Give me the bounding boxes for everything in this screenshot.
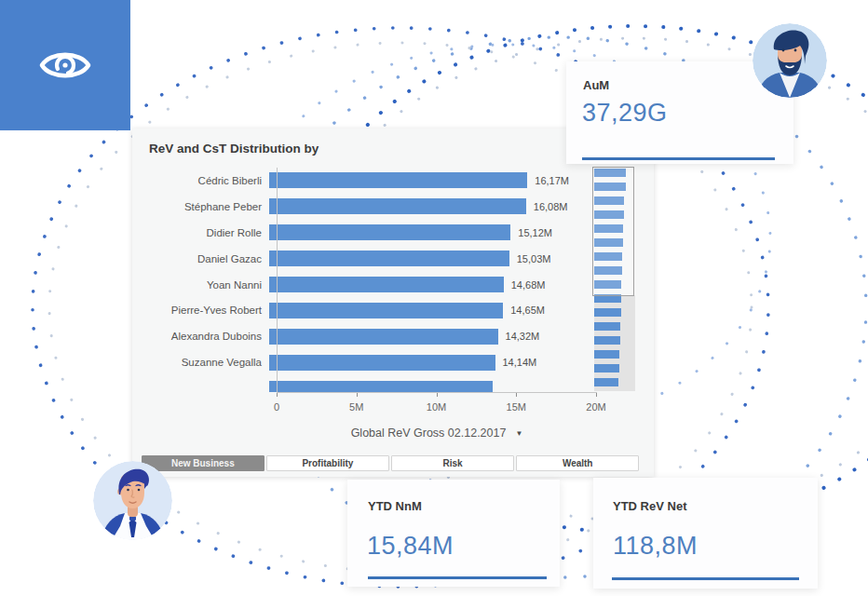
avatar-bearded-man <box>753 23 827 98</box>
chart-row: Alexandra Duboins14,32M <box>140 323 639 349</box>
chart-bar-value: 14,32M <box>506 331 540 342</box>
chart-row-label[interactable]: Didier Rolle <box>140 227 269 238</box>
chart-bar[interactable] <box>269 251 509 266</box>
chart-bar[interactable] <box>269 172 527 188</box>
minimap-bar <box>594 308 621 317</box>
minimap-bar <box>594 350 619 359</box>
chart-title: ReV and CsT Distribution by <box>149 142 319 156</box>
chart-bar[interactable] <box>269 198 526 214</box>
chart-bar-value: 15,03M <box>517 253 551 264</box>
chart-bar-value: 16,17M <box>535 175 569 186</box>
dimension-selector[interactable]: Global ReV Gross 02.12.2017▼ <box>277 427 597 440</box>
minimap-bar <box>594 336 620 345</box>
tab-new-business[interactable]: New Business <box>142 455 264 471</box>
tab-bar: New BusinessProfitabilityRiskWealth <box>142 455 639 471</box>
chart-row <box>140 375 639 392</box>
caret-down-icon: ▼ <box>515 429 522 438</box>
chart-row-label[interactable]: Stéphane Peber <box>140 201 269 212</box>
minimap-viewport[interactable] <box>592 167 634 296</box>
chart-bar[interactable] <box>269 303 503 318</box>
tab-profitability[interactable]: Profitability <box>266 455 389 471</box>
kpi-title: YTD NnM <box>368 499 422 513</box>
chart-bar[interactable] <box>269 355 495 371</box>
chart-bar-value: 15,12M <box>518 227 552 238</box>
chart-row: Suzanne Vegalla14,14M <box>140 349 639 375</box>
x-axis-tick-label: 10M <box>427 401 446 413</box>
chart-row: Daniel Gazac15,03M <box>140 246 639 272</box>
chart-bar[interactable] <box>269 329 498 345</box>
dashboard: ReV and CsT Distribution by Cédric Biber… <box>0 0 868 596</box>
chart-row: Yoan Nanni14,68M <box>140 272 639 298</box>
chart-card: ReV and CsT Distribution by Cédric Biber… <box>132 129 654 477</box>
x-axis-tick <box>357 393 358 397</box>
chart-bar-value: 16,08M <box>534 201 568 212</box>
tab-wealth[interactable]: Wealth <box>516 455 639 471</box>
chart-row-label[interactable]: Cédric Biberli <box>140 175 269 186</box>
minimap-bar <box>594 364 619 372</box>
chart-row-label[interactable]: Alexandra Duboins <box>140 331 269 342</box>
chart-row: Didier Rolle15,12M <box>140 220 639 246</box>
chart-bar-value: 14,68M <box>511 279 546 291</box>
chart-row-label[interactable]: Suzanne Vegalla <box>140 357 269 368</box>
scroll-minimap <box>594 168 633 391</box>
chart-row: Cédric Biberli16,17M <box>140 168 639 194</box>
chart-bar-value: 14,65M <box>510 305 545 316</box>
kpi-title: YTD ReV Net <box>613 499 686 513</box>
kpi-value: 15,84M <box>367 532 454 561</box>
chart-row-label[interactable]: Daniel Gazac <box>140 253 269 264</box>
kpi-underline <box>612 577 799 580</box>
x-axis-tick-label: 15M <box>507 401 526 413</box>
kpi-card-ytd-rev-net[interactable]: YTD ReV Net 118,8M <box>593 478 818 589</box>
eye-icon <box>38 47 92 84</box>
minimap-bar <box>594 378 618 386</box>
chart-bar[interactable] <box>269 224 510 240</box>
kpi-value: 37,29G <box>582 99 668 128</box>
brand-square[interactable] <box>0 0 130 130</box>
chart-bar-value: 14,14M <box>503 357 537 368</box>
x-axis-tick-label: 20M <box>586 401 605 413</box>
avatar-man-with-tie <box>93 461 172 540</box>
x-axis-tick <box>596 393 597 397</box>
chart-row: Pierre-Yves Robert14,65M <box>140 297 639 323</box>
chart-row-label[interactable]: Yoan Nanni <box>140 279 269 291</box>
chart-bar[interactable] <box>269 277 504 292</box>
tab-risk[interactable]: Risk <box>391 455 514 471</box>
kpi-card-ytd-nnm[interactable]: YTD NnM 15,84M <box>347 480 560 587</box>
dimension-selector-label: Global ReV Gross 02.12.2017 <box>351 427 507 440</box>
x-axis-tick-label: 5M <box>349 401 363 413</box>
x-axis: 05M10M15M20M <box>277 392 597 429</box>
kpi-title: AuM <box>583 78 609 92</box>
chart-row-label[interactable]: Pierre-Yves Robert <box>140 305 269 316</box>
kpi-value: 118,8M <box>613 532 698 561</box>
x-axis-tick <box>516 393 517 397</box>
minimap-bar <box>594 322 620 331</box>
y-axis-line <box>277 168 278 392</box>
chart-row: Stéphane Peber16,08M <box>140 194 639 220</box>
chart-bar[interactable] <box>269 381 493 392</box>
kpi-underline <box>582 157 775 160</box>
x-axis-tick <box>437 393 438 397</box>
kpi-underline <box>368 576 547 579</box>
chart-rows: Cédric Biberli16,17MStéphane Peber16,08M… <box>140 168 639 392</box>
x-axis-tick-label: 0 <box>274 401 279 413</box>
x-axis-tick <box>277 393 278 397</box>
